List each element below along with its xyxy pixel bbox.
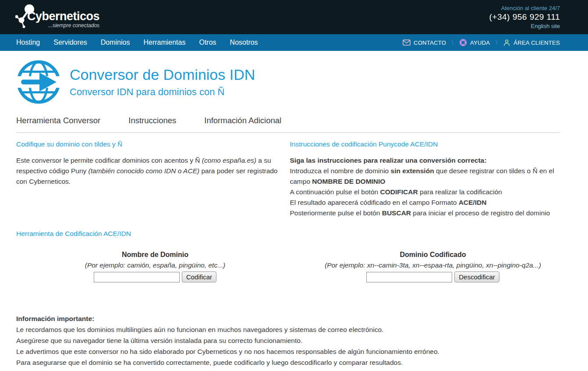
- tab-herramienta-conversor[interactable]: Herramienta Conversor: [16, 116, 100, 125]
- codificar-button[interactable]: Codificar: [182, 271, 216, 282]
- step-text: A continuación pulse el botón: [290, 188, 380, 196]
- nav-item-hosting[interactable]: Hosting: [16, 39, 40, 46]
- instructions-section-heading: Instrucciones de codificación Punycode A…: [290, 139, 560, 150]
- tab-bar: Herramienta Conversor Instrucciones Info…: [0, 104, 588, 132]
- client-area-link[interactable]: ÁREA CLIENTES: [503, 39, 560, 46]
- tab-instrucciones[interactable]: Instrucciones: [128, 116, 176, 125]
- encode-form-title: Nombre de Dominio: [16, 251, 294, 259]
- important-info-line: Asegúrese que su navegador tiene la últi…: [16, 335, 572, 346]
- support-hours-label: Atención al cliente 24/7: [489, 4, 560, 12]
- support-phone: (+34) 956 929 111: [489, 12, 560, 22]
- step-text: Introduzca el nombre de dominio: [290, 167, 391, 175]
- step-text-bold: NOMBRE DE DOMINIO: [312, 178, 385, 185]
- paragraph-text-italic: (como españa.es): [202, 157, 256, 164]
- intro-left-column: Codifique su dominio con tildes y Ñ Este…: [16, 136, 287, 218]
- instructions-intro: Siga las instrucciones para realizar una…: [290, 155, 560, 166]
- client-area-label: ÁREA CLIENTES: [514, 39, 560, 46]
- page-subtitle: Conversor IDN para dominios con Ñ: [70, 86, 255, 98]
- topbar: Cyberneticos ...siempre conectados Atenc…: [0, 0, 588, 34]
- help-link[interactable]: AYUDA: [459, 39, 490, 46]
- decode-form-title: Dominio Codificado: [294, 251, 572, 259]
- important-info-heading: Información importante:: [16, 313, 572, 324]
- envelope-icon: [403, 39, 411, 46]
- lifebuoy-icon: [459, 39, 467, 46]
- decode-form: Dominio Codificado (Por ejemplo: xn--cam…: [294, 251, 572, 282]
- intro-right-column: Instrucciones de codificación Punycode A…: [290, 136, 560, 218]
- step-text: Posteriormente pulse el botón: [290, 209, 382, 217]
- page-header: Conversor de Dominios IDN Conversor IDN …: [0, 51, 588, 104]
- help-label: AYUDA: [470, 39, 490, 46]
- instruction-step: Introduzca el nombre de dominio sin exte…: [290, 166, 560, 187]
- encode-form: Nombre de Dominio (Por ejemplo: camión, …: [16, 251, 294, 282]
- step-text: para realizar la codificación: [418, 188, 502, 196]
- step-text: El resultado aparecerá códificado en el …: [290, 199, 459, 206]
- nav-item-otros[interactable]: Otros: [199, 39, 216, 46]
- encoded-domain-input[interactable]: [366, 272, 452, 282]
- paragraph-text-italic: (también conocido como IDN o ACE): [89, 167, 200, 175]
- nav-item-nosotros[interactable]: Nosotros: [230, 39, 258, 46]
- decode-form-example: (Por ejemplo: xn--camin-3ta, xn--espaa-r…: [294, 261, 572, 269]
- contact-link[interactable]: CONTACTO: [403, 39, 446, 46]
- tab-informacion-adicional[interactable]: Información Adicional: [204, 116, 281, 125]
- main-navbar: Hosting Servidores Dominios Herramientas…: [0, 34, 588, 51]
- step-text-bold: sin extensión: [391, 167, 434, 175]
- nav-separator: \: [496, 39, 497, 46]
- cyberneticos-logo[interactable]: Cyberneticos ...siempre conectados: [15, 3, 103, 31]
- encode-section-heading: Codifique su dominio con tildes y Ñ: [16, 139, 287, 150]
- nav-item-servidores[interactable]: Servidores: [53, 39, 87, 46]
- step-text-bold: BUSCAR: [382, 209, 411, 217]
- nav-item-herramientas[interactable]: Herramientas: [143, 39, 185, 46]
- important-info-line: Para asegurarse que el dominio se ha con…: [16, 357, 572, 368]
- important-info-line: Le recordamos que los dominios multiling…: [16, 324, 572, 335]
- encode-section-paragraph: Este conversor le permite codificar domi…: [16, 155, 287, 187]
- step-text-bold: CODIFICAR: [380, 188, 418, 196]
- instruction-step: Posteriormente pulse el botón BUSCAR par…: [290, 208, 560, 218]
- globe-arrow-icon: [16, 60, 61, 104]
- page-title: Conversor de Dominios IDN: [70, 66, 255, 83]
- paragraph-text: Este conversor le permite codificar domi…: [16, 157, 202, 164]
- nav-separator: \: [452, 39, 453, 46]
- tool-section-heading: Herramienta de Codificación ACE/IDN: [0, 230, 588, 238]
- instruction-step: A continuación pulse el botón CODIFICAR …: [290, 187, 560, 197]
- contact-label: CONTACTO: [414, 39, 446, 46]
- person-icon: [503, 39, 510, 46]
- encode-form-example: (Por ejemplo: camión, españa, pingüino, …: [16, 261, 294, 269]
- domain-name-input[interactable]: [94, 272, 180, 282]
- important-info-line: Le advertimos que este conversor no ha s…: [16, 346, 572, 357]
- descodificar-button[interactable]: Descodificar: [454, 271, 499, 282]
- logo-name: Cyberneticos: [27, 10, 99, 22]
- nav-item-dominios[interactable]: Dominios: [101, 39, 130, 46]
- converter-forms: Nombre de Dominio (Por ejemplo: camión, …: [0, 251, 588, 282]
- step-text-bold: ACE/IDN: [459, 199, 487, 206]
- logo-tagline: ...siempre conectados: [27, 22, 99, 29]
- instruction-step: El resultado aparecerá códificado en el …: [290, 197, 560, 208]
- important-info-section: Información importante: Le recordamos qu…: [0, 282, 588, 368]
- intro-columns: Codifique su dominio con tildes y Ñ Este…: [0, 133, 588, 218]
- english-site-link[interactable]: English site: [489, 22, 560, 30]
- step-text: para iniciar el proceso de registro del …: [411, 209, 550, 217]
